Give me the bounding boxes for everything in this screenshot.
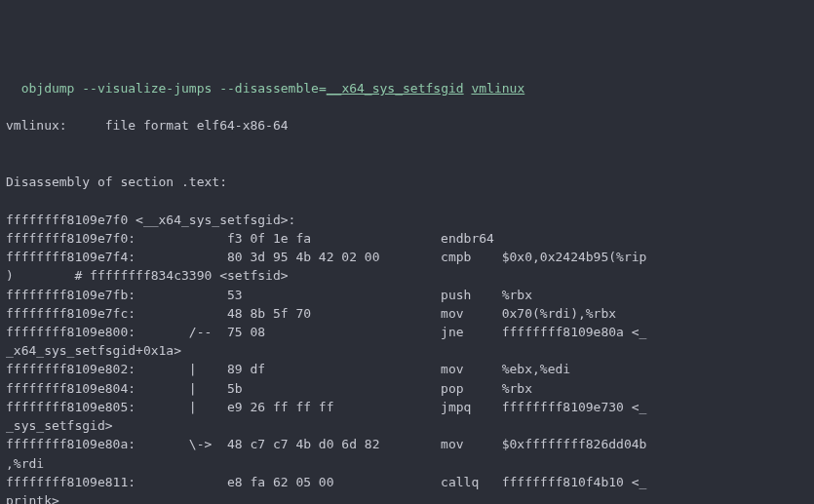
mnemonic: jne <box>441 323 502 341</box>
mnemonic: mov <box>441 435 502 453</box>
command-line: objdump --visualize-jumps --disassemble=… <box>6 79 808 97</box>
jump-visual: /-- <box>189 323 227 341</box>
address: ffffffff8109e7fb: <box>6 286 136 304</box>
instruction-bytes: 75 08 <box>227 323 441 341</box>
disasm-line-wrap: ,%rdi <box>6 454 808 473</box>
operands: ffffffff8109e80a <_ <box>502 325 647 339</box>
jump-visual: | <box>189 398 227 416</box>
instruction-bytes: e9 26 ff ff ff <box>227 398 441 416</box>
mnemonic: mov <box>441 304 502 323</box>
instruction-bytes: f3 0f 1e fa <box>227 229 441 248</box>
address: ffffffff8109e804: <box>6 379 136 398</box>
cmd-part: vmlinux <box>471 81 524 96</box>
disasm-line: ffffffff8109e804:| 5bpop%rbx <box>6 379 808 398</box>
operands: %rbx <box>502 381 532 396</box>
operands: $0xffffffff826dd04b <box>502 437 647 451</box>
jump-visual: | <box>189 379 227 398</box>
address: ffffffff8109e805: <box>6 398 136 416</box>
disasm-line: ffffffff8109e811:e8 fa 62 05 00callqffff… <box>6 473 808 491</box>
instruction-bytes: 5b <box>227 379 441 398</box>
jump-visual: | <box>189 360 227 378</box>
cmd-part: objdump --visualize-jumps --disassemble= <box>21 81 327 96</box>
mnemonic: push <box>441 286 502 304</box>
instruction-bytes: e8 fa 62 05 00 <box>227 473 441 491</box>
instruction-bytes: 89 df <box>227 360 441 378</box>
operands: ffffffff8109e730 <_ <box>502 400 647 414</box>
disasm-line-wrap: ) # ffffffff834c3390 <setfsid> <box>6 266 808 285</box>
mnemonic: endbr64 <box>441 229 502 248</box>
instruction-bytes: 53 <box>227 286 441 304</box>
operands: $0x0,0x2424b95(%rip <box>502 250 647 264</box>
operands: %ebx,%edi <box>502 362 570 376</box>
disasm-line: ffffffff8109e7fc:48 8b 5f 70mov0x70(%rdi… <box>6 304 808 323</box>
jump-visual: \-> <box>189 435 227 453</box>
section-header: Disassembly of section .text: <box>6 173 808 191</box>
disasm-line: ffffffff8109e800:/-- 75 08jneffffffff810… <box>6 323 808 341</box>
address: ffffffff8109e811: <box>6 473 136 491</box>
cmd-part: __x64_sys_setfsgid <box>327 81 464 96</box>
instruction-bytes: 80 3d 95 4b 42 02 00 <box>227 248 441 266</box>
disasm-line-wrap: printk> <box>6 491 808 504</box>
instruction-bytes: 48 c7 c7 4b d0 6d 82 <box>227 435 441 453</box>
address: ffffffff8109e802: <box>6 360 136 378</box>
instruction-bytes: 48 8b 5f 70 <box>227 304 441 323</box>
terminal-output: objdump --visualize-jumps --disassemble=… <box>6 79 808 504</box>
address: ffffffff8109e7f0: <box>6 229 136 248</box>
mnemonic: jmpq <box>441 398 502 416</box>
operands: 0x70(%rdi),%rbx <box>502 306 616 321</box>
disasm-line: ffffffff8109e7fb:53push%rbx <box>6 286 808 304</box>
disasm-line: ffffffff8109e80a:\-> 48 c7 c7 4b d0 6d 8… <box>6 435 808 453</box>
disasm-line-wrap: _sys_setfsgid> <box>6 416 808 435</box>
mnemonic: pop <box>441 379 502 398</box>
disasm-line: ffffffff8109e7f4:80 3d 95 4b 42 02 00cmp… <box>6 248 808 266</box>
file-format-line: vmlinux: file format elf64-x86-64 <box>6 116 808 135</box>
symbol-header: ffffffff8109e7f0 <__x64_sys_setfsgid>: <box>6 211 808 229</box>
operands: ffffffff810f4b10 <_ <box>502 475 647 489</box>
mnemonic: cmpb <box>441 248 502 266</box>
disasm-line: ffffffff8109e7f0:f3 0f 1e faendbr64 <box>6 229 808 248</box>
operands: %rbx <box>502 288 532 302</box>
disasm-line: ffffffff8109e802:| 89 dfmov%ebx,%edi <box>6 360 808 378</box>
address: ffffffff8109e80a: <box>6 435 136 453</box>
mnemonic: callq <box>441 473 502 491</box>
address: ffffffff8109e7f4: <box>6 248 136 266</box>
address: ffffffff8109e800: <box>6 323 136 341</box>
disasm-line: ffffffff8109e805:| e9 26 ff ff ffjmpqfff… <box>6 398 808 416</box>
address: ffffffff8109e7fc: <box>6 304 136 323</box>
mnemonic: mov <box>441 360 502 378</box>
disasm-line-wrap: _x64_sys_setfsgid+0x1a> <box>6 341 808 360</box>
